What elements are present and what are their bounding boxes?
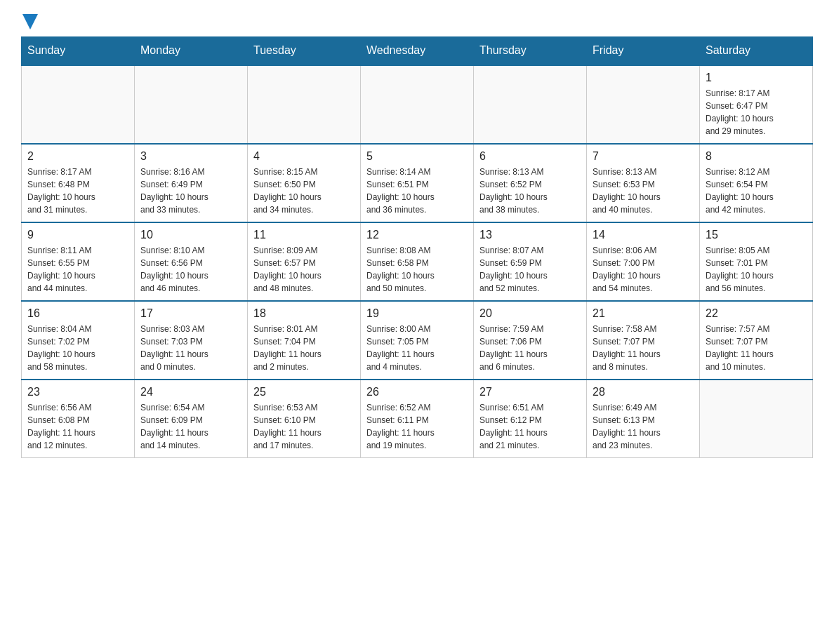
day-info: Sunrise: 8:09 AM Sunset: 6:57 PM Dayligh… bbox=[253, 244, 355, 295]
day-info: Sunrise: 8:01 AM Sunset: 7:04 PM Dayligh… bbox=[253, 323, 355, 373]
day-number: 24 bbox=[140, 386, 241, 398]
day-number: 28 bbox=[593, 386, 694, 398]
day-info: Sunrise: 7:57 AM Sunset: 7:07 PM Dayligh… bbox=[706, 323, 807, 373]
day-info: Sunrise: 8:10 AM Sunset: 6:56 PM Dayligh… bbox=[140, 244, 241, 295]
calendar-cell: 15Sunrise: 8:05 AM Sunset: 7:01 PM Dayli… bbox=[700, 222, 813, 301]
calendar-week-row: 23Sunrise: 6:56 AM Sunset: 6:08 PM Dayli… bbox=[22, 380, 813, 458]
day-number: 19 bbox=[366, 307, 468, 320]
calendar-cell bbox=[587, 65, 700, 145]
calendar-cell bbox=[700, 380, 813, 458]
day-info: Sunrise: 8:06 AM Sunset: 7:00 PM Dayligh… bbox=[593, 244, 694, 295]
day-info: Sunrise: 8:15 AM Sunset: 6:50 PM Dayligh… bbox=[253, 166, 355, 216]
day-number: 6 bbox=[479, 150, 581, 163]
calendar-cell: 20Sunrise: 7:59 AM Sunset: 7:06 PM Dayli… bbox=[474, 301, 587, 380]
day-number: 10 bbox=[140, 229, 241, 241]
day-info: Sunrise: 8:11 AM Sunset: 6:55 PM Dayligh… bbox=[27, 244, 128, 295]
calendar-cell: 18Sunrise: 8:01 AM Sunset: 7:04 PM Dayli… bbox=[248, 301, 361, 380]
calendar-cell bbox=[248, 65, 361, 145]
calendar-cell: 12Sunrise: 8:08 AM Sunset: 6:58 PM Dayli… bbox=[361, 222, 474, 301]
day-info: Sunrise: 8:03 AM Sunset: 7:03 PM Dayligh… bbox=[140, 323, 241, 373]
day-number: 18 bbox=[253, 307, 355, 320]
calendar-cell: 9Sunrise: 8:11 AM Sunset: 6:55 PM Daylig… bbox=[22, 222, 135, 301]
day-number: 27 bbox=[479, 386, 581, 398]
day-number: 3 bbox=[140, 150, 241, 163]
day-info: Sunrise: 7:58 AM Sunset: 7:07 PM Dayligh… bbox=[593, 323, 694, 373]
day-info: Sunrise: 8:04 AM Sunset: 7:02 PM Dayligh… bbox=[27, 323, 128, 373]
weekday-header-wednesday: Wednesday bbox=[361, 37, 474, 65]
day-info: Sunrise: 8:08 AM Sunset: 6:58 PM Dayligh… bbox=[366, 244, 468, 295]
day-info: Sunrise: 8:13 AM Sunset: 6:53 PM Dayligh… bbox=[593, 166, 694, 216]
day-number: 12 bbox=[366, 229, 468, 241]
calendar-cell bbox=[361, 65, 474, 145]
day-number: 8 bbox=[706, 150, 807, 163]
calendar-cell bbox=[474, 65, 587, 145]
calendar-cell: 28Sunrise: 6:49 AM Sunset: 6:13 PM Dayli… bbox=[587, 380, 700, 458]
calendar-cell: 10Sunrise: 8:10 AM Sunset: 6:56 PM Dayli… bbox=[135, 222, 248, 301]
logo-arrow-icon bbox=[22, 14, 38, 29]
calendar-cell: 1Sunrise: 8:17 AM Sunset: 6:47 PM Daylig… bbox=[700, 65, 813, 145]
day-number: 5 bbox=[366, 150, 468, 163]
calendar-week-row: 9Sunrise: 8:11 AM Sunset: 6:55 PM Daylig… bbox=[22, 222, 813, 301]
calendar-week-row: 2Sunrise: 8:17 AM Sunset: 6:48 PM Daylig… bbox=[22, 144, 813, 222]
weekday-header-saturday: Saturday bbox=[700, 37, 813, 65]
day-info: Sunrise: 8:13 AM Sunset: 6:52 PM Dayligh… bbox=[479, 166, 581, 216]
day-info: Sunrise: 8:12 AM Sunset: 6:54 PM Dayligh… bbox=[706, 166, 807, 216]
calendar-cell: 24Sunrise: 6:54 AM Sunset: 6:09 PM Dayli… bbox=[135, 380, 248, 458]
day-number: 20 bbox=[479, 307, 581, 320]
calendar-cell: 21Sunrise: 7:58 AM Sunset: 7:07 PM Dayli… bbox=[587, 301, 700, 380]
day-number: 13 bbox=[479, 229, 581, 241]
day-info: Sunrise: 6:51 AM Sunset: 6:12 PM Dayligh… bbox=[479, 401, 581, 452]
calendar-cell: 23Sunrise: 6:56 AM Sunset: 6:08 PM Dayli… bbox=[22, 380, 135, 458]
day-number: 25 bbox=[253, 386, 355, 398]
day-info: Sunrise: 6:49 AM Sunset: 6:13 PM Dayligh… bbox=[593, 401, 694, 452]
day-info: Sunrise: 8:07 AM Sunset: 6:59 PM Dayligh… bbox=[479, 244, 581, 295]
calendar-cell: 6Sunrise: 8:13 AM Sunset: 6:52 PM Daylig… bbox=[474, 144, 587, 222]
day-number: 22 bbox=[706, 307, 807, 320]
weekday-header-friday: Friday bbox=[587, 37, 700, 65]
calendar-cell: 3Sunrise: 8:16 AM Sunset: 6:49 PM Daylig… bbox=[135, 144, 248, 222]
logo bbox=[21, 14, 38, 29]
calendar-cell: 19Sunrise: 8:00 AM Sunset: 7:05 PM Dayli… bbox=[361, 301, 474, 380]
day-number: 14 bbox=[593, 229, 694, 241]
day-number: 11 bbox=[253, 229, 355, 241]
day-number: 2 bbox=[27, 150, 128, 163]
day-number: 15 bbox=[706, 229, 807, 241]
page-header bbox=[21, 14, 813, 29]
weekday-header-monday: Monday bbox=[135, 37, 248, 65]
calendar-cell: 25Sunrise: 6:53 AM Sunset: 6:10 PM Dayli… bbox=[248, 380, 361, 458]
calendar-cell: 2Sunrise: 8:17 AM Sunset: 6:48 PM Daylig… bbox=[22, 144, 135, 222]
day-number: 4 bbox=[253, 150, 355, 163]
calendar-cell: 4Sunrise: 8:15 AM Sunset: 6:50 PM Daylig… bbox=[248, 144, 361, 222]
calendar-cell: 11Sunrise: 8:09 AM Sunset: 6:57 PM Dayli… bbox=[248, 222, 361, 301]
calendar-cell bbox=[22, 65, 135, 145]
weekday-header-thursday: Thursday bbox=[474, 37, 587, 65]
day-info: Sunrise: 6:52 AM Sunset: 6:11 PM Dayligh… bbox=[366, 401, 468, 452]
day-number: 26 bbox=[366, 386, 468, 398]
day-number: 16 bbox=[27, 307, 128, 320]
calendar-cell: 5Sunrise: 8:14 AM Sunset: 6:51 PM Daylig… bbox=[361, 144, 474, 222]
day-info: Sunrise: 8:00 AM Sunset: 7:05 PM Dayligh… bbox=[366, 323, 468, 373]
weekday-header-row: SundayMondayTuesdayWednesdayThursdayFrid… bbox=[22, 37, 813, 65]
day-number: 7 bbox=[593, 150, 694, 163]
day-number: 23 bbox=[27, 386, 128, 398]
day-info: Sunrise: 8:14 AM Sunset: 6:51 PM Dayligh… bbox=[366, 166, 468, 216]
weekday-header-tuesday: Tuesday bbox=[248, 37, 361, 65]
calendar-cell: 7Sunrise: 8:13 AM Sunset: 6:53 PM Daylig… bbox=[587, 144, 700, 222]
calendar-cell: 13Sunrise: 8:07 AM Sunset: 6:59 PM Dayli… bbox=[474, 222, 587, 301]
calendar-cell: 22Sunrise: 7:57 AM Sunset: 7:07 PM Dayli… bbox=[700, 301, 813, 380]
calendar-cell: 27Sunrise: 6:51 AM Sunset: 6:12 PM Dayli… bbox=[474, 380, 587, 458]
day-info: Sunrise: 7:59 AM Sunset: 7:06 PM Dayligh… bbox=[479, 323, 581, 373]
day-number: 9 bbox=[27, 229, 128, 241]
weekday-header-sunday: Sunday bbox=[22, 37, 135, 65]
calendar-cell: 16Sunrise: 8:04 AM Sunset: 7:02 PM Dayli… bbox=[22, 301, 135, 380]
day-info: Sunrise: 8:17 AM Sunset: 6:47 PM Dayligh… bbox=[706, 87, 807, 137]
day-number: 17 bbox=[140, 307, 241, 320]
calendar-table: SundayMondayTuesdayWednesdayThursdayFrid… bbox=[21, 36, 813, 458]
calendar-cell: 17Sunrise: 8:03 AM Sunset: 7:03 PM Dayli… bbox=[135, 301, 248, 380]
calendar-cell: 14Sunrise: 8:06 AM Sunset: 7:00 PM Dayli… bbox=[587, 222, 700, 301]
calendar-cell bbox=[135, 65, 248, 145]
day-number: 1 bbox=[706, 72, 807, 84]
svg-marker-0 bbox=[22, 14, 38, 29]
calendar-cell: 8Sunrise: 8:12 AM Sunset: 6:54 PM Daylig… bbox=[700, 144, 813, 222]
day-info: Sunrise: 8:17 AM Sunset: 6:48 PM Dayligh… bbox=[27, 166, 128, 216]
